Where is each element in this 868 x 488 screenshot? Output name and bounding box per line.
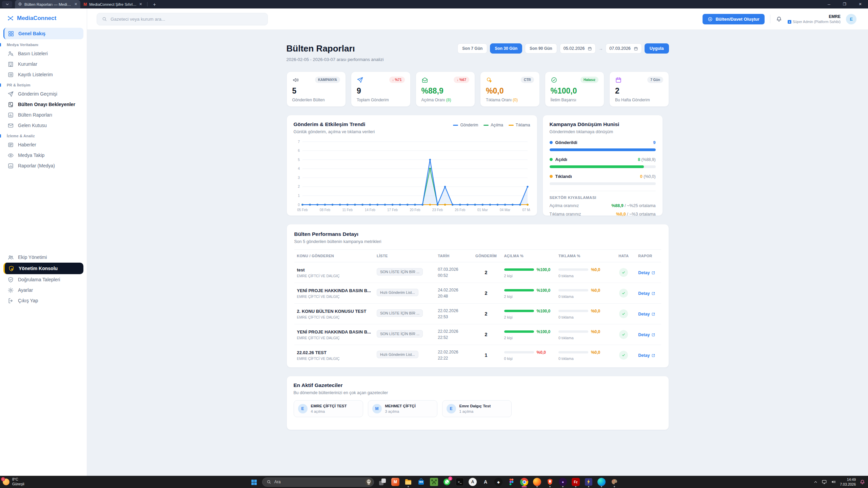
svg-text:07 Mar: 07 Mar — [522, 208, 530, 212]
detail-link[interactable]: Detay — [638, 332, 655, 337]
taskbar-app-m365[interactable]: M — [390, 476, 401, 488]
open-rate-sub: 2 kişi — [504, 294, 553, 299]
sidebar-item-genel-bakış[interactable]: Genel Bakış — [3, 28, 83, 39]
global-search[interactable] — [97, 13, 268, 25]
table-row[interactable]: testEMRE ÇİFTCİ VE DALGIÇSON LİSTE İÇİN … — [294, 262, 661, 283]
column-header[interactable]: AÇILMA % — [501, 250, 556, 262]
journalist-card[interactable]: EEMRE ÇİFTÇİ TEST4 açılma — [294, 400, 363, 417]
date-to-input[interactable]: 07.03.2026 — [606, 43, 642, 54]
close-button[interactable]: ✕ — [852, 0, 868, 8]
sidebar-item-ekip-yönetimi[interactable]: Ekip Yönetimi — [3, 252, 83, 262]
range-button[interactable]: Son 90 Gün — [525, 43, 557, 54]
taskbar-app-epic-games[interactable]: A — [467, 476, 478, 488]
taskbar-app-file-explorer[interactable] — [402, 476, 414, 488]
create-bulletin-button[interactable]: Bülten/Davet Oluştur — [703, 14, 764, 24]
active-app-indicator — [522, 486, 527, 487]
taskbar-app-unity[interactable]: ◆ — [493, 476, 504, 488]
browser-tab[interactable]: Bülten Raporları — MediaConn✕ — [15, 0, 80, 8]
sidebar-item-çıkış-yap[interactable]: Çıkış Yap — [3, 296, 83, 306]
taskbar-app-terminal[interactable]: >_ — [454, 476, 466, 488]
tray-chevron-up-icon[interactable] — [813, 480, 818, 484]
tab-close-icon[interactable]: ✕ — [74, 2, 77, 6]
column-header[interactable]: RAPOR — [635, 250, 661, 262]
sidebar-item-kayıtlı-listelerim[interactable]: Kayıtlı Listelerim — [3, 69, 83, 80]
sidebar-item-haberler[interactable]: Haberler — [3, 140, 83, 150]
taskbar-app-tor[interactable]: ● — [557, 476, 569, 488]
search-input[interactable] — [111, 17, 263, 22]
taskbar-app-whatsapp[interactable]: 1 — [441, 476, 453, 488]
taskbar-app-chrome[interactable] — [518, 476, 530, 488]
journalist-card[interactable]: MMEHMET ÇİFTÇİ3 açılma — [368, 400, 437, 417]
column-header[interactable]: TARİH — [435, 250, 471, 262]
journalist-opens: 1 açılma — [459, 409, 491, 413]
date-from-input[interactable]: 05.02.2026 — [560, 43, 596, 54]
weather-widget[interactable]: 1 8°C Güneşli — [3, 476, 24, 488]
minimize-button[interactable]: ─ — [821, 0, 837, 8]
detail-link[interactable]: Detay — [638, 353, 655, 358]
svg-text:4: 4 — [298, 167, 300, 170]
stat-card: CTR%0,0Tıklama Oranı (0) — [480, 72, 540, 107]
tab-close-icon[interactable]: ✕ — [139, 2, 142, 6]
taskbar-app-firefox[interactable] — [531, 476, 543, 488]
click-rate-label: %0,0 — [591, 267, 600, 272]
user-menu[interactable]: EMRE 1 Süper Admin (Platform Sahibi) — [788, 14, 841, 24]
sidebar-item-bülten-onayı-bekleyenler[interactable]: Bülten Onayı Bekleyenler — [3, 99, 83, 109]
sidebar-item-gönderim-geçmişi[interactable]: Gönderim Geçmişi — [3, 89, 83, 99]
tray-volume-icon[interactable] — [831, 479, 836, 485]
sidebar-item-medya-takip[interactable]: Medya Takip — [3, 150, 83, 160]
taskbar-search[interactable]: Ara — [262, 477, 374, 487]
table-row[interactable]: YENİ PROJE HAKKINDA BASIN B...EMRE ÇİFTC… — [294, 283, 661, 304]
grid-icon — [8, 30, 14, 37]
column-header[interactable]: KONU / GÖNDEREN — [294, 250, 374, 262]
tab-search-chevron-icon[interactable] — [2, 1, 12, 7]
restore-button[interactable]: ❐ — [837, 0, 852, 8]
click-rate-sub: 0 tıklama — [558, 315, 609, 319]
sidebar-item-bülten-raporları[interactable]: Bülten Raporları — [3, 110, 83, 120]
detail-link[interactable]: Detay — [638, 312, 655, 317]
tray-notifications-bell-icon[interactable] — [860, 479, 865, 485]
journalist-card[interactable]: EEmre Dalgıç Test1 açılma — [442, 400, 512, 417]
column-header[interactable]: TIKLAMA % — [556, 250, 612, 262]
detail-link[interactable]: Detay — [638, 270, 655, 275]
taskbar-app-task-view[interactable] — [377, 476, 388, 488]
tray-clock[interactable]: 14:49 7.03.2026 — [840, 477, 856, 487]
column-header[interactable]: LİSTE — [374, 250, 435, 262]
app-logo[interactable]: MediaConnect — [0, 12, 87, 27]
taskbar-app-minecraft[interactable] — [428, 476, 440, 488]
avatar[interactable]: E — [846, 14, 856, 24]
taskbar-app-microsoft-store[interactable] — [415, 476, 427, 488]
sidebar-item-doğrulama-talepleri[interactable]: Doğrulama Talepleri — [3, 274, 83, 285]
sidebar-item-yönetim-konsolu[interactable]: Yönetim Konsolu — [3, 263, 83, 274]
taskbar-app-edge[interactable] — [596, 476, 607, 488]
detail-link[interactable]: Detay — [638, 291, 655, 296]
table-row[interactable]: 22.02.26 TESTEMRE ÇİFTCİ VE DALGIÇHızlı … — [294, 345, 661, 366]
sidebar-item-raporlar-medya-[interactable]: Raporlar (Medya) — [3, 161, 83, 171]
apply-button[interactable]: Uygula — [645, 43, 669, 54]
external-link-icon — [651, 312, 655, 316]
eye-icon — [7, 152, 14, 159]
column-header[interactable]: GÖNDERİM — [471, 250, 501, 262]
taskbar-app-figma[interactable] — [506, 476, 517, 488]
sidebar-item-ayarlar[interactable]: Ayarlar — [3, 285, 83, 295]
tray-devices-icon[interactable] — [822, 479, 827, 485]
browser-tab[interactable]: MMediaConnect Şifre Sıfırlama Ta✕ — [80, 0, 145, 8]
taskbar-app-driver-tool[interactable] — [583, 476, 594, 488]
sidebar-item-kurumlar[interactable]: Kurumlar — [3, 59, 83, 69]
taskbar-app-anydesk[interactable]: A — [480, 476, 491, 488]
range-button[interactable]: Son 30 Gün — [490, 43, 522, 54]
table-row[interactable]: 2. KONU BÜLTEN KONUSU TESTEMRE ÇİFTCİ VE… — [294, 304, 661, 324]
column-header[interactable]: HATA — [612, 250, 635, 262]
taskbar-app-gimp[interactable] — [609, 476, 620, 488]
stat-value: %88,9 — [421, 86, 470, 96]
new-tab-button[interactable]: + — [150, 2, 159, 7]
weather-temp: 8°C — [12, 477, 24, 482]
stat-label: Gönderilen Bülten — [292, 98, 340, 102]
taskbar-app-brave[interactable] — [544, 476, 556, 488]
sidebar-item-basın-listeleri[interactable]: Basın Listeleri — [3, 48, 83, 59]
taskbar-app-filezilla[interactable]: Fz — [570, 476, 581, 488]
sidebar-item-gelen-kutusu[interactable]: Gelen Kutusu — [3, 120, 83, 130]
table-row[interactable]: YENİ PROJE HAKKINDA BASIN B...EMRE ÇİFTC… — [294, 324, 661, 345]
range-button[interactable]: Son 7 Gün — [457, 43, 487, 54]
start-button[interactable] — [248, 476, 259, 488]
notifications-button[interactable] — [776, 16, 782, 22]
